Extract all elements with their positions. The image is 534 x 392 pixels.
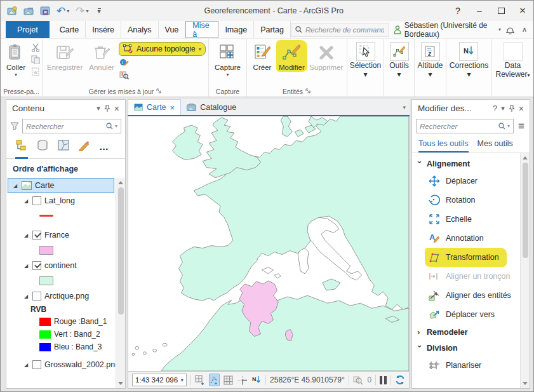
contents-search-input[interactable] (26, 123, 104, 130)
more-tabs-button[interactable]: … (99, 141, 109, 157)
contents-scrollbar[interactable] (116, 178, 125, 388)
tab-carte[interactable]: Carte (53, 21, 86, 38)
scroll-down-icon[interactable] (118, 382, 123, 385)
section-remodeler[interactable]: › Remodeler (412, 324, 520, 340)
tab-my-tools[interactable]: Mes outils (477, 139, 513, 152)
scroll-down-icon[interactable] (523, 382, 528, 385)
corrections-dropdown-button[interactable]: N Corrections ▾ (450, 40, 488, 79)
elevation-dropdown-button[interactable]: z Altitude ▾ (417, 40, 444, 79)
account-menu[interactable]: Sébastien (Université de Bordeaux) ▾ (394, 21, 501, 39)
layer-carte[interactable]: ◢ Carte (8, 178, 114, 193)
pane-menu-dropdown[interactable]: ▾ (499, 104, 507, 112)
redo-button[interactable]: ↷▾ (76, 6, 88, 17)
pane-menu-dropdown[interactable]: ▾ (95, 104, 102, 112)
line-symbol[interactable] (39, 215, 53, 217)
tab-projet[interactable]: Projet (6, 21, 50, 38)
tool-planariser[interactable]: Planariser (412, 356, 520, 375)
map-canvas[interactable] (128, 116, 410, 371)
layer-checkbox[interactable] (32, 261, 41, 270)
modify-scrollbar[interactable] (520, 153, 530, 388)
command-search[interactable] (291, 23, 389, 37)
close-pane-button[interactable]: × (112, 104, 121, 114)
filter-funnel-icon[interactable] (10, 122, 19, 130)
section-division[interactable]: › Division (412, 340, 520, 356)
tab-insere[interactable]: Insére (86, 21, 121, 38)
layer-grosswald[interactable]: ◢ Grosswald_2002.png (6, 357, 116, 372)
pause-updates-button[interactable] (380, 376, 387, 384)
tab-partager[interactable]: Partag (254, 21, 291, 38)
expander-icon[interactable]: ◢ (23, 294, 29, 299)
add-grid-button[interactable] (195, 374, 205, 386)
selected-features-button[interactable] (353, 374, 364, 386)
toc-tab-data-sources[interactable] (36, 140, 49, 159)
undo-dropdown[interactable]: ▾ (67, 8, 69, 14)
close-button[interactable]: × (512, 2, 533, 20)
toc-tab-editing[interactable] (78, 140, 91, 159)
collapse-ribbon-button[interactable]: ∧ (519, 25, 530, 34)
layer-checkbox[interactable] (32, 196, 41, 205)
contents-search-box[interactable]: ▾ (22, 119, 121, 133)
dialog-launcher-icon[interactable] (305, 88, 311, 94)
tab-mise-a-jour[interactable]: Mise à (185, 21, 218, 38)
tools-dropdown-button[interactable]: Outils ▾ (385, 40, 413, 79)
tool-echelle[interactable]: Echelle (412, 210, 520, 229)
search-options-dropdown[interactable]: ▾ (507, 123, 510, 129)
pane-help-button[interactable]: ? (491, 104, 499, 113)
pin-icon[interactable] (102, 105, 112, 112)
coordinates-readout[interactable]: 25826°E 45.9010579° (270, 375, 345, 384)
command-search-input[interactable] (305, 26, 384, 34)
save-project-button[interactable] (40, 6, 50, 15)
close-pane-button[interactable]: × (517, 104, 526, 114)
paste-dropdown-icon[interactable]: ▾ (15, 72, 17, 78)
error-inspector-button[interactable]: ! (119, 70, 130, 80)
copy-button[interactable] (30, 55, 41, 65)
layer-arctique[interactable]: ◢ Arctique.png (6, 288, 116, 304)
redo-dropdown[interactable]: ▾ (86, 8, 89, 14)
discard-edits-button[interactable]: Annuler (86, 40, 117, 72)
tab-analyse[interactable]: Analys (121, 21, 159, 38)
copy-path-button[interactable]: W. (30, 67, 41, 77)
layer-checkbox[interactable] (32, 292, 41, 301)
search-options-dropdown[interactable]: ▾ (115, 123, 117, 129)
save-edits-button[interactable]: Enregistrer (44, 40, 86, 72)
layer-checkbox[interactable] (32, 360, 41, 369)
tool-transformation[interactable]: Transformation (425, 248, 507, 267)
tab-image[interactable]: Image (218, 21, 254, 38)
tab-all-tools[interactable]: Tous les outils (418, 139, 469, 152)
fill-symbol[interactable] (39, 246, 53, 255)
layer-continent[interactable]: ◢ continent (6, 258, 116, 273)
help-button[interactable]: ? (447, 2, 469, 20)
scrollbar-thumb[interactable] (523, 163, 528, 258)
layer-france[interactable]: ◢ France (6, 227, 116, 243)
open-project-button[interactable] (23, 6, 34, 15)
view-tab-catalogue[interactable]: Catalogue (181, 99, 242, 115)
layer-checkbox[interactable] (32, 231, 41, 240)
toc-tab-snapping[interactable] (57, 140, 70, 159)
scale-dropdown[interactable]: 1:43 342 096 ▾ (132, 374, 187, 386)
modify-search-box[interactable]: ▾ (416, 119, 514, 133)
pane-options-menu[interactable]: ≡ (517, 120, 526, 133)
undo-button[interactable]: ↶▾ (57, 6, 69, 17)
tab-vue[interactable]: Vue (159, 21, 186, 38)
tool-rotation[interactable]: Rotation (412, 191, 520, 210)
expander-icon[interactable]: ◢ (23, 362, 29, 368)
expander-icon[interactable]: ◢ (23, 198, 29, 204)
fill-symbol[interactable] (39, 276, 53, 285)
expander-icon[interactable]: ◢ (23, 263, 29, 269)
create-features-button[interactable]: Créer (248, 40, 276, 72)
layer-lat-long[interactable]: ◢ Lat_long (6, 193, 116, 208)
modify-features-button[interactable]: Modifier (276, 40, 307, 72)
new-project-button[interactable] (7, 6, 17, 15)
data-reviewer-dropdown-button[interactable]: Data Reviewer▾ (495, 40, 530, 79)
capture-dropdown-icon[interactable]: ▾ (226, 72, 229, 78)
notifications-bell-icon[interactable] (506, 25, 514, 34)
tool-aligner-entites[interactable]: Aligner des entités (412, 286, 520, 305)
pause-drawing-toggle[interactable] (237, 374, 248, 386)
view-tab-carte[interactable]: Carte × (128, 99, 181, 115)
scrollbar-thumb[interactable] (118, 187, 124, 314)
expander-icon[interactable]: ◢ (23, 233, 29, 238)
tool-deplacer-vers[interactable]: Déplacer vers (412, 305, 520, 324)
capture-button[interactable]: Capture ▾ (211, 40, 244, 78)
scroll-up-icon[interactable] (118, 181, 123, 184)
tool-deplacer[interactable]: Déplacer (412, 172, 520, 191)
